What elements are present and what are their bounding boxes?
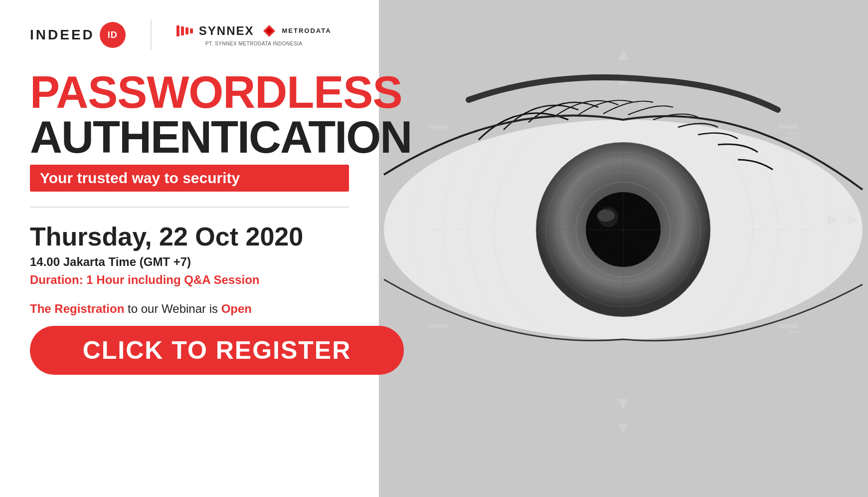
registration-prefix: The Registration [30, 302, 124, 315]
duration-value: 1 Hour including Q&A Session [86, 273, 259, 286]
synnex-brand: SYNNEX METRODATA [176, 24, 332, 38]
svg-rect-31 [778, 324, 798, 328]
stripe-3 [185, 27, 188, 34]
event-time: 14.00 Jakarta Time (GMT +7) [30, 255, 349, 269]
metrodata-label: METRODATA [282, 27, 332, 34]
registration-status: Open [221, 302, 252, 315]
eye-background-svg [379, 0, 868, 497]
pt-label: PT. SYNNEX METRODATA INDONESIA [205, 41, 303, 46]
page-container: INDEED ID SYNNEX [0, 0, 868, 497]
registration-text: The Registration to our Webinar is Open [30, 302, 349, 316]
event-date: Thursday, 22 Oct 2020 [30, 223, 349, 251]
indeed-badge: ID [100, 22, 126, 48]
duration-label: Duration: [30, 273, 83, 286]
svg-point-43 [597, 210, 615, 222]
svg-rect-34 [429, 324, 449, 328]
registration-middle: to our Webinar is [128, 302, 221, 315]
svg-rect-28 [778, 125, 798, 129]
svg-rect-29 [788, 132, 800, 135]
title-authentication: AUTHENTICATION [30, 115, 349, 160]
svg-rect-30 [783, 137, 798, 139]
stripe-2 [181, 26, 184, 35]
section-divider [30, 207, 349, 208]
stripe-4 [190, 28, 193, 33]
synnex-icon [176, 25, 193, 36]
svg-rect-32 [788, 331, 800, 333]
synnex-text: SYNNEX [199, 24, 254, 38]
svg-rect-33 [429, 125, 449, 129]
indeed-logo: INDEED ID [30, 22, 126, 48]
header-logos: INDEED ID SYNNEX [30, 20, 349, 50]
stripe-1 [176, 25, 179, 36]
metrodata-logo-icon [262, 24, 276, 38]
main-title: PASSWORDLESS AUTHENTICATION [30, 70, 349, 160]
right-panel [379, 0, 868, 497]
left-panel: INDEED ID SYNNEX [0, 0, 379, 497]
subtitle-bar: Your trusted way to security [30, 165, 349, 192]
metrodata-text-area: METRODATA [282, 27, 332, 34]
title-passwordless: PASSWORDLESS [30, 70, 349, 115]
indeed-text: INDEED [30, 27, 95, 43]
event-duration: Duration: 1 Hour including Q&A Session [30, 273, 349, 287]
synnex-logo-area: SYNNEX METRODATA PT. SYNNEX METRODATA IN… [176, 24, 332, 46]
metrodata-icon [262, 24, 276, 38]
logo-divider [151, 20, 152, 50]
register-button[interactable]: CLICK TO REGISTER [30, 326, 404, 375]
